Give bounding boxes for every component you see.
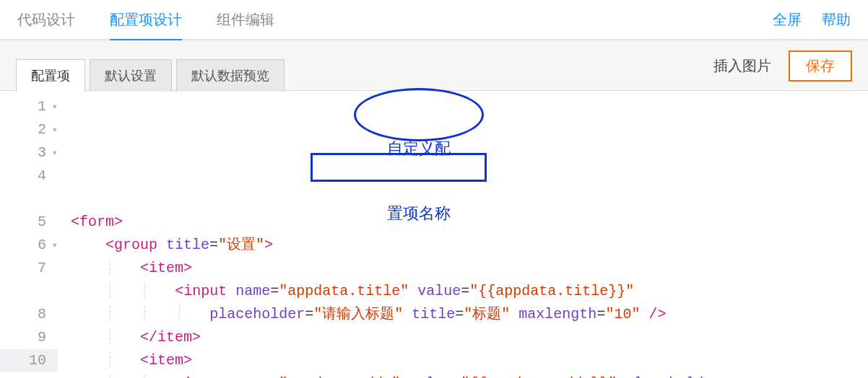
editor-tabs: 配置项 默认设置 默认数据预览: [16, 58, 285, 91]
line-number: 7: [0, 257, 58, 280]
code-line[interactable]: <group title="设置">: [71, 234, 868, 257]
top-nav-right: 全屏 帮助: [773, 10, 851, 30]
tab-default-set[interactable]: 默认设置: [90, 59, 172, 92]
insert-image-link[interactable]: 插入图片: [713, 56, 771, 76]
code-line[interactable]: ┊ ┊ <input name="appdata.title" value="{…: [71, 280, 868, 303]
top-nav: 代码设计 配置项设计 组件编辑 全屏 帮助: [0, 0, 868, 40]
line-number: [0, 188, 58, 211]
line-gutter: 1▾2▾3▾4 5 6▾7 8 9 10: [0, 91, 65, 378]
annotation-ellipse: 自定义配 置项名称: [354, 88, 484, 141]
save-button[interactable]: 保存: [789, 50, 852, 82]
code-line[interactable]: ┊ ┊ <input name="appdata.addr" value="{{…: [71, 372, 868, 378]
toolbar-actions: 插入图片 保存: [713, 50, 852, 82]
line-number: 1▾: [0, 95, 58, 118]
line-number: 4: [0, 164, 58, 188]
annotation-text-l1: 自定义配: [378, 138, 460, 159]
tab-data-preview[interactable]: 默认数据预览: [176, 59, 285, 92]
code-line[interactable]: ┊ <item>: [71, 349, 868, 372]
nav-config-design[interactable]: 配置项设计: [110, 0, 182, 40]
nav-code-design[interactable]: 代码设计: [17, 0, 75, 40]
nav-component-edit[interactable]: 组件编辑: [217, 0, 274, 40]
code-area[interactable]: 自定义配 置项名称 <form> <group title="设置"> ┊ <i…: [65, 91, 868, 378]
code-line[interactable]: <form>: [71, 211, 868, 234]
line-number: 10: [0, 349, 58, 372]
line-number: [0, 280, 58, 303]
line-number: 8: [0, 303, 58, 326]
top-nav-left: 代码设计 配置项设计 组件编辑: [17, 0, 274, 40]
line-number: 3▾: [0, 141, 58, 164]
fullscreen-link[interactable]: 全屏: [773, 10, 802, 30]
code-line[interactable]: ┊ ┊ ┊ placeholder="请输入标题" title="标题" max…: [71, 303, 868, 326]
code-line[interactable]: ┊ <item>: [71, 257, 868, 280]
line-number: 2▾: [0, 118, 58, 141]
toolbar: 配置项 默认设置 默认数据预览 插入图片 保存: [0, 40, 868, 91]
line-number: 5: [0, 211, 58, 234]
annotation-rect: [311, 153, 487, 182]
code-editor[interactable]: 1▾2▾3▾4 5 6▾7 8 9 10 自定义配 置项名称 <form> <g…: [0, 91, 868, 378]
line-number: 6▾: [0, 234, 58, 257]
help-link[interactable]: 帮助: [822, 10, 851, 30]
line-number: 9: [0, 326, 58, 349]
code-line[interactable]: ┊ </item>: [71, 326, 868, 349]
tab-config[interactable]: 配置项: [16, 59, 85, 92]
